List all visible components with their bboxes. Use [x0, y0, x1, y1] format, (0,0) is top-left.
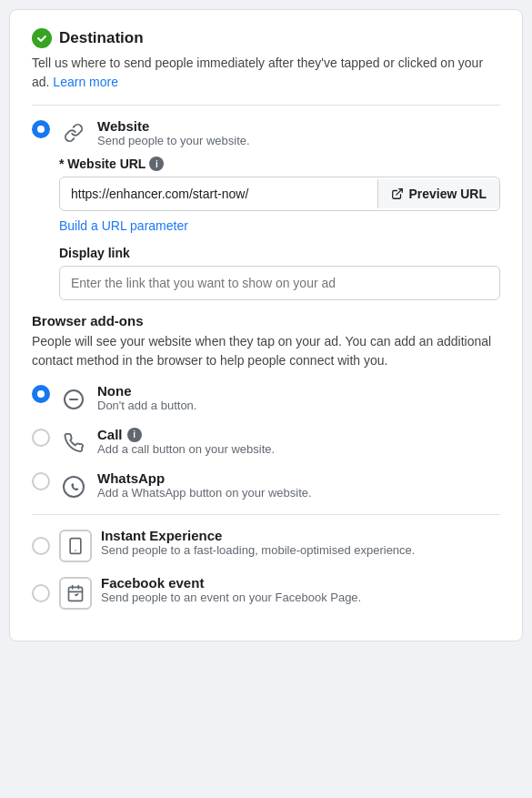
url-input-row: Preview URL: [59, 177, 500, 211]
website-url-section: * Website URL i Preview URL Build a URL …: [59, 157, 500, 300]
addon-whatsapp-sublabel: Add a WhatsApp button on your website.: [97, 486, 312, 500]
svg-rect-6: [69, 587, 83, 601]
preview-url-button[interactable]: Preview URL: [377, 179, 499, 208]
addon-call-text: Call i Add a call button on your website…: [97, 427, 275, 456]
check-icon: [32, 28, 52, 48]
instant-experience-text: Instant Experience Send people to a fast…: [101, 528, 415, 557]
learn-more-link[interactable]: Learn more: [53, 75, 118, 89]
addon-call-row: Call i Add a call button on your website…: [32, 427, 500, 458]
website-radio[interactable]: [32, 120, 50, 138]
browser-addons-desc: People will see your website when they t…: [32, 332, 500, 370]
addon-none-text: None Don't add a button.: [97, 383, 196, 412]
call-info-icon[interactable]: i: [127, 428, 142, 442]
addon-whatsapp-text: WhatsApp Add a WhatsApp button on your w…: [97, 470, 312, 500]
display-link-label: Display link: [59, 246, 500, 260]
section-description: Tell us where to send people immediately…: [32, 54, 500, 92]
addon-none-label: None: [97, 383, 196, 399]
instant-experience-label: Instant Experience: [101, 528, 415, 543]
facebook-event-row: Facebook event Send people to an event o…: [32, 575, 500, 610]
website-label: Website: [97, 118, 250, 134]
whatsapp-icon: [59, 472, 88, 501]
none-icon: [59, 385, 88, 414]
addon-call-radio[interactable]: [32, 429, 50, 447]
website-url-label: * Website URL i: [59, 157, 500, 171]
website-option-text: Website Send people to your website.: [97, 118, 250, 147]
addon-none-row: None Don't add a button.: [32, 383, 500, 414]
phone-icon: [59, 429, 88, 458]
link-icon: [59, 118, 88, 147]
instant-experience-icon: [59, 530, 92, 562]
addon-whatsapp-label: WhatsApp: [97, 470, 312, 486]
display-link-input[interactable]: [59, 266, 500, 300]
build-url-param-link[interactable]: Build a URL parameter: [59, 218, 188, 233]
website-url-info-icon[interactable]: i: [149, 157, 164, 171]
destination-card: Destination Tell us where to send people…: [9, 9, 523, 641]
website-option-row: Website Send people to your website.: [32, 118, 500, 147]
website-url-input[interactable]: [60, 177, 377, 210]
website-sublabel: Send people to your website.: [97, 134, 250, 147]
browser-addons-title: Browser add-ons: [32, 313, 500, 328]
instant-experience-sublabel: Send people to a fast-loading, mobile-op…: [101, 543, 415, 557]
addon-call-label: Call i: [97, 427, 275, 442]
external-link-icon: [391, 187, 404, 200]
addon-whatsapp-radio[interactable]: [32, 472, 50, 490]
instant-experience-row: Instant Experience Send people to a fast…: [32, 528, 500, 562]
facebook-event-icon: [59, 577, 92, 610]
facebook-event-label: Facebook event: [101, 575, 361, 591]
section-header: Destination: [32, 28, 500, 48]
svg-line-0: [396, 189, 402, 195]
addon-none-radio[interactable]: [32, 385, 50, 403]
section-title: Destination: [59, 29, 144, 47]
addon-none-sublabel: Don't add a button.: [97, 399, 196, 412]
facebook-event-text: Facebook event Send people to an event o…: [101, 575, 361, 604]
facebook-event-radio[interactable]: [32, 584, 50, 602]
addon-whatsapp-row: WhatsApp Add a WhatsApp button on your w…: [32, 470, 500, 501]
instant-experience-radio[interactable]: [32, 537, 50, 555]
addon-call-sublabel: Add a call button on your website.: [97, 442, 275, 456]
facebook-event-sublabel: Send people to an event on your Facebook…: [101, 591, 361, 604]
